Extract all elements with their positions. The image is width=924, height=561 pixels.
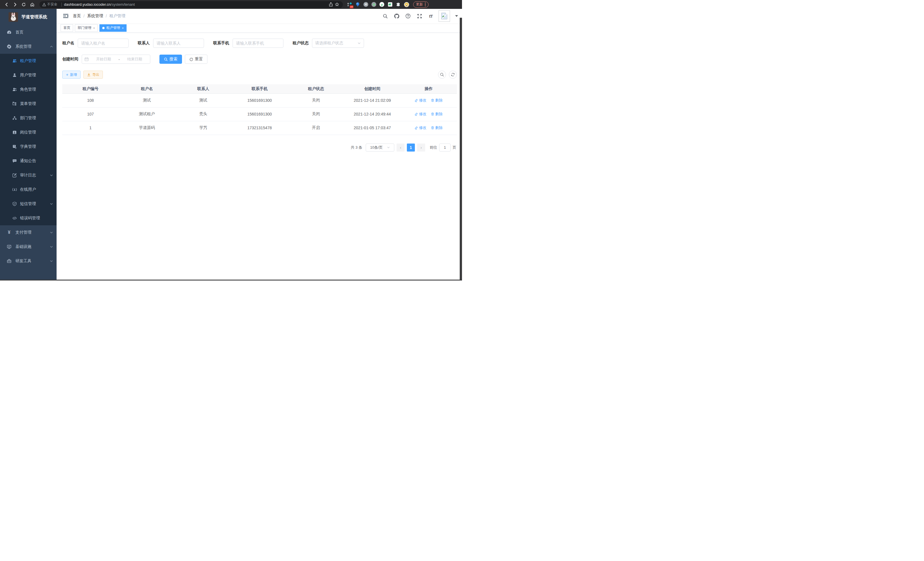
sidebar-item-role[interactable]: 角色管理 xyxy=(0,82,57,97)
edit-log-icon xyxy=(12,173,17,177)
prev-page-button[interactable]: ‹ xyxy=(397,144,405,152)
window-scrollbar-edge[interactable] xyxy=(460,18,462,281)
security-label[interactable]: 不安全 xyxy=(47,2,57,7)
sidebar-item-payment[interactable]: ¥ 支付管理 xyxy=(0,225,57,240)
search-button[interactable]: 搜索 xyxy=(159,55,182,64)
extension-badge: 10 xyxy=(350,5,353,8)
page-size-select[interactable]: 10条/页 xyxy=(366,144,394,152)
sidebar-item-system[interactable]: 系统管理 xyxy=(0,39,57,54)
edit-pencil-icon xyxy=(415,112,418,116)
shield-check-icon xyxy=(12,202,17,206)
chat-extension-icon[interactable] xyxy=(387,2,393,7)
reset-button[interactable]: 重置 xyxy=(185,55,207,64)
chevron-down-icon xyxy=(357,41,361,45)
contact-input[interactable] xyxy=(153,39,204,48)
col-mobile: 联系手机 xyxy=(231,84,288,93)
table-toolbar: + 新增 导出 xyxy=(62,71,457,79)
sidebar-item-dept[interactable]: 部门管理 xyxy=(0,111,57,125)
date-range-picker[interactable]: 开始日期 - 结束日期 xyxy=(82,55,150,64)
url-text[interactable]: dashboard.yudao.iocoder.cn/system/tenant xyxy=(64,2,135,7)
extension-squares-icon[interactable]: 10 xyxy=(347,2,352,7)
close-icon[interactable]: × xyxy=(93,26,95,30)
sidebar-item-infra[interactable]: 基础设施 xyxy=(0,240,57,254)
browser-back-icon[interactable] xyxy=(3,1,10,8)
mobile-label: 联系手机 xyxy=(213,41,229,46)
sidebar-item-menu[interactable]: 菜单管理 xyxy=(0,97,57,111)
font-size-icon[interactable]: tT xyxy=(427,12,435,20)
pagination: 共 3 条 10条/页 ‹ 1 › 前往 页 xyxy=(62,144,457,152)
toggle-search-button[interactable] xyxy=(438,71,446,79)
delete-button[interactable]: 删除 xyxy=(431,111,442,117)
delete-button[interactable]: 删除 xyxy=(431,98,442,103)
fullscreen-icon[interactable] xyxy=(416,12,423,20)
post-badge-icon xyxy=(12,130,17,135)
user-avatar-broken-image[interactable] xyxy=(439,10,450,22)
bookmark-star-icon[interactable] xyxy=(334,1,340,8)
delete-button[interactable]: 删除 xyxy=(431,125,442,130)
extensions-puzzle-icon[interactable] xyxy=(396,2,401,7)
yuque-extension-icon[interactable]: y xyxy=(380,2,384,7)
profile-avatar-icon[interactable] xyxy=(404,2,409,7)
browser-menu-icon[interactable] xyxy=(425,3,426,6)
export-button[interactable]: 导出 xyxy=(83,71,103,79)
table-row: 107 测试租户 秃头 15601691300 关闭 2021-12-14 20… xyxy=(62,107,457,121)
tenant-name-label: 租户名 xyxy=(62,41,74,46)
breadcrumb-home[interactable]: 首页 xyxy=(73,14,81,19)
sidebar-item-online-users[interactable]: 在线用户 xyxy=(0,182,57,197)
edit-button[interactable]: 修改 xyxy=(415,98,426,103)
tenant-name-input[interactable] xyxy=(78,39,129,48)
add-button[interactable]: + 新增 xyxy=(62,71,81,79)
browser-home-icon[interactable] xyxy=(28,1,36,8)
roles-icon xyxy=(12,87,17,92)
sidebar-collapse-icon[interactable] xyxy=(62,12,70,20)
command-extension-icon[interactable]: ⌘ xyxy=(363,2,368,7)
download-icon xyxy=(87,73,91,76)
address-bar[interactable]: 不安全 dashboard.yudao.iocoder.cn/system/te… xyxy=(39,1,343,8)
refresh-icon xyxy=(451,73,455,77)
col-created: 创建时间 xyxy=(344,84,400,93)
sidebar-item-dev-tools[interactable]: 研发工具 xyxy=(0,254,57,268)
total-count: 共 3 条 xyxy=(351,145,362,150)
close-icon[interactable]: × xyxy=(122,26,123,30)
breadcrumb-system[interactable]: 系统管理 xyxy=(87,14,103,19)
chrome-update-button[interactable]: 更新 xyxy=(413,2,429,8)
refresh-table-button[interactable] xyxy=(449,71,457,79)
status-select[interactable]: 请选择租户状态 xyxy=(312,39,364,48)
avatar-dropdown-caret-icon[interactable] xyxy=(455,15,458,17)
extension-area: 10 ⌘ y xyxy=(347,2,409,7)
header-search-icon[interactable] xyxy=(381,12,389,20)
share-icon[interactable] xyxy=(328,1,334,8)
sidebar-item-user[interactable]: 用户管理 xyxy=(0,68,57,82)
browser-forward-icon[interactable] xyxy=(11,1,19,8)
sidebar-item-dict[interactable]: 字典管理 xyxy=(0,140,57,154)
goto-page-input[interactable] xyxy=(439,144,451,152)
sidebar-item-error-code[interactable]: 错误码管理 xyxy=(0,211,57,225)
app-logo-bar[interactable]: 芋道管理系统 xyxy=(0,9,57,25)
contact-label: 联系人 xyxy=(138,41,150,46)
balloon-extension-icon[interactable] xyxy=(355,2,360,7)
system-submenu: 租户管理 用户管理 角色管理 xyxy=(0,54,57,225)
sidebar-item-home[interactable]: 首页 xyxy=(0,25,57,39)
message-bubble-icon xyxy=(12,159,17,163)
mobile-input[interactable] xyxy=(232,39,284,48)
url-separator xyxy=(62,3,62,7)
sidebar-item-audit-log[interactable]: 审计日志 xyxy=(0,168,57,182)
app-title: 芋道管理系统 xyxy=(21,14,47,20)
tab-tenant[interactable]: 租户管理 × xyxy=(99,24,126,32)
sidebar-item-tenant[interactable]: 租户管理 xyxy=(0,54,57,68)
edit-button[interactable]: 修改 xyxy=(415,111,426,117)
help-icon[interactable] xyxy=(404,12,412,20)
next-page-button[interactable]: › xyxy=(417,144,425,152)
code-icon xyxy=(12,216,17,220)
dot-extension-icon[interactable] xyxy=(371,2,376,7)
search-icon xyxy=(440,73,444,77)
github-icon[interactable] xyxy=(393,12,400,20)
browser-reload-icon[interactable] xyxy=(20,1,27,8)
edit-button[interactable]: 修改 xyxy=(415,125,426,130)
tab-dept[interactable]: 部门管理 × xyxy=(75,24,98,32)
sidebar-item-post[interactable]: 岗位管理 xyxy=(0,125,57,140)
tab-home[interactable]: 首页 xyxy=(61,24,73,32)
sidebar-item-notice[interactable]: 通知公告 xyxy=(0,154,57,168)
sidebar-item-sms[interactable]: 短信管理 xyxy=(0,197,57,211)
page-number-1[interactable]: 1 xyxy=(407,144,415,152)
